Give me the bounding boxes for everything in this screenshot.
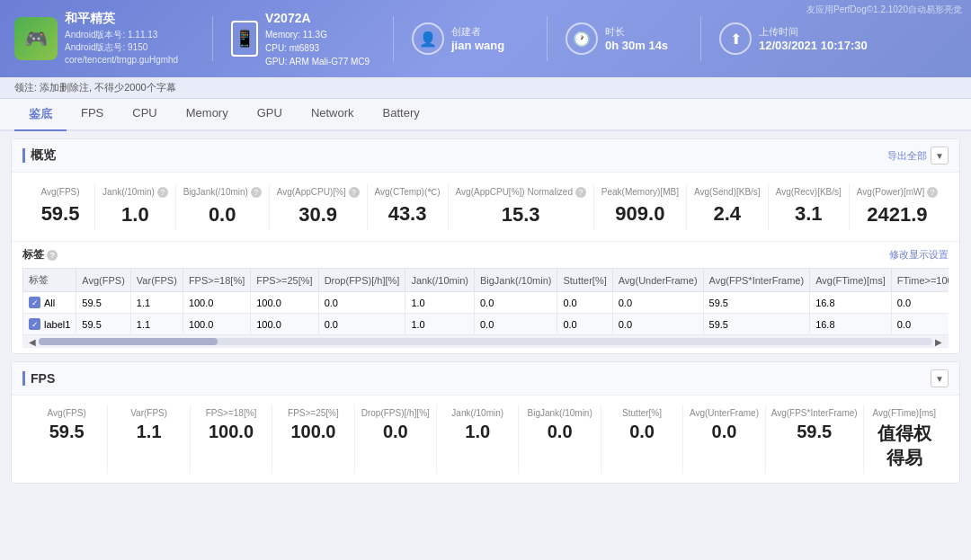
horizontal-scrollbar[interactable]: ◀ ▶ [22, 335, 949, 348]
upload-info: 上传时间 12/03/2021 10:17:30 [759, 25, 868, 52]
col-fps-inter: Avg(FPS*InterFrame) [703, 269, 810, 292]
upload-label: 上传时间 [759, 25, 868, 39]
note-text: 领注: 添加删除注, 不得少2000个字幕 [14, 82, 176, 93]
fps-metric-label: Stutter[%] [607, 408, 677, 418]
fps-metric-value: 1.1 [113, 422, 183, 442]
row-var-fps: 1.1 [130, 314, 183, 335]
metric-help-icon[interactable]: ? [575, 187, 586, 198]
fps-metric-value: 0.0 [607, 422, 677, 442]
metric-label: Avg(Recv)[KB/s] [776, 187, 842, 197]
upload-value: 12/03/2021 10:17:30 [759, 39, 868, 52]
fps-metric-value: 59.5 [31, 422, 102, 442]
metric-value: 3.1 [776, 202, 842, 226]
fps-metric-item: Avg(UnterFrame) 0.0 [683, 404, 765, 474]
fps-metric-item: BigJank(/10min) 0.0 [519, 404, 601, 474]
fps-metrics: Avg(FPS) 59.5 Var(FPS) 1.1 FPS>=18[%] 10… [12, 396, 959, 483]
app-android-sdk: Android版志号: 9150 [65, 41, 178, 54]
duration-value: 0h 30m 14s [605, 39, 668, 52]
user-value: jian wang [451, 39, 504, 52]
fps-collapse-btn[interactable]: ▼ [931, 369, 949, 387]
metric-item: Avg(CTemp)(℃) 43.3 [368, 183, 449, 230]
metric-item: Avg(Send)[KB/s] 2.4 [687, 183, 769, 230]
tag-settings-button[interactable]: 修改显示设置 [889, 248, 949, 262]
row-ftime100: 0.0 [891, 314, 949, 335]
col-fps25: FPS>=25[%] [251, 269, 318, 292]
tab-network[interactable]: Network [297, 99, 369, 131]
col-bigjank: BigJank(/10min) [474, 269, 557, 292]
app-icon: 🎮 [14, 17, 58, 60]
fps-metric-label: Avg(FTime)[ms] [869, 408, 940, 418]
col-fps18: FPS>=18[%] [183, 269, 250, 292]
fps-metric-item: Drop(FPS)[/h][%] 0.0 [355, 404, 437, 474]
row-bigjank: 0.0 [474, 314, 557, 335]
export-all-label: 导出全部 [887, 149, 927, 163]
note-bar: 领注: 添加删除注, 不得少2000个字幕 [0, 77, 971, 99]
user-info: 创建者 jian wang [451, 25, 504, 52]
metric-value: 30.9 [277, 203, 360, 227]
overview-collapse-btn[interactable]: ▼ [931, 147, 949, 164]
fps-metric-label: FPS>=25[%] [278, 408, 348, 418]
col-stutter: Stutter[%] [557, 269, 612, 292]
col-ftime100: FTime>=100ms[/h] [891, 269, 949, 292]
table-row: ✓ label1 59.5 1.1 100.0 100.0 0.0 1.0 0.… [23, 314, 949, 335]
upload-icon: ⬆ [719, 22, 752, 55]
metric-value: 59.5 [33, 202, 87, 226]
fps-metric-value: 0.0 [361, 422, 431, 442]
row-fps-inter: 59.5 [703, 314, 810, 335]
metric-help-icon[interactable]: ? [251, 187, 262, 198]
row-fps-inter: 59.5 [703, 292, 810, 314]
tab-fps[interactable]: FPS [67, 99, 118, 131]
metric-help-icon[interactable]: ? [157, 187, 168, 198]
fps-metric-item: Stutter[%] 0.0 [601, 404, 683, 474]
tag-table-container[interactable]: 标签 Avg(FPS) Var(FPS) FPS>=18[%] FPS>=25[… [22, 268, 949, 335]
upload-stat: ⬆ 上传时间 12/03/2021 10:17:30 [719, 22, 868, 55]
fps-header: FPS ▼ [12, 362, 959, 396]
col-ftime: Avg(FTime)[ms] [810, 269, 892, 292]
metric-value: 0.0 [183, 203, 262, 227]
row-jank: 1.0 [405, 292, 475, 314]
app-details: 和平精英 Android版本号: 1.11.13 Android版志号: 915… [65, 11, 178, 67]
fps-metric-value: 100.0 [278, 422, 348, 442]
row-bigjank: 0.0 [474, 292, 557, 314]
header-divider-2 [393, 16, 394, 61]
tab-memory[interactable]: Memory [172, 99, 243, 131]
tab-jiandi[interactable]: 鉴底 [14, 99, 67, 131]
scroll-left-btn[interactable]: ◀ [26, 335, 39, 348]
header-divider-3 [547, 16, 548, 61]
app-package: core/tencent/tmgp.guHgmhd [65, 54, 178, 67]
tag-help-icon[interactable]: ? [47, 250, 58, 261]
metric-label: Avg(Power)[mW] ? [857, 187, 938, 198]
metric-value: 909.0 [601, 202, 679, 226]
metric-help-icon[interactable]: ? [927, 187, 938, 198]
table-header-row: 标签 Avg(FPS) Var(FPS) FPS>=18[%] FPS>=25[… [23, 269, 949, 292]
row-label-text: label1 [44, 319, 70, 330]
metric-item: Jank(/10min) ? 1.0 [95, 183, 176, 230]
overview-metrics: Avg(FPS) 59.5 Jank(/10min) ? 1.0 BigJank… [12, 173, 959, 241]
tab-battery[interactable]: Battery [369, 99, 434, 131]
fps-metric-value: 100.0 [196, 422, 266, 442]
row-checkbox[interactable]: ✓ [29, 318, 40, 330]
fps-metric-value: 值得权得易 [869, 422, 940, 470]
app-name: 和平精英 [65, 11, 178, 27]
header-divider-1 [212, 16, 213, 61]
export-all-button[interactable]: 导出全部 ▼ [887, 147, 949, 164]
row-under-frame: 0.0 [612, 314, 703, 335]
scroll-right-btn[interactable]: ▶ [932, 335, 945, 348]
row-checkbox[interactable]: ✓ [29, 297, 40, 308]
fps-metric-label: Avg(FPS*InterFrame) [771, 408, 858, 418]
fps-metric-item: Var(FPS) 1.1 [108, 404, 190, 474]
fps-metric-label: Avg(UnterFrame) [689, 408, 759, 418]
row-fps25: 100.0 [251, 314, 318, 335]
fps-metric-label: FPS>=18[%] [196, 408, 266, 418]
metric-item: Avg(FPS) 59.5 [26, 183, 95, 230]
row-drop: 0.0 [318, 292, 405, 314]
row-avg-fps: 59.5 [76, 292, 130, 314]
app-info: 🎮 和平精英 Android版本号: 1.11.13 Android版志号: 9… [14, 11, 194, 67]
tab-gpu[interactable]: GPU [243, 99, 297, 131]
tab-cpu[interactable]: CPU [118, 99, 171, 131]
scroll-track[interactable] [39, 338, 932, 345]
fps-metric-item: FPS>=25[%] 100.0 [272, 404, 354, 474]
col-label: 标签 [23, 269, 76, 292]
metric-help-icon[interactable]: ? [349, 187, 360, 198]
row-avg-fps: 59.5 [76, 314, 130, 335]
